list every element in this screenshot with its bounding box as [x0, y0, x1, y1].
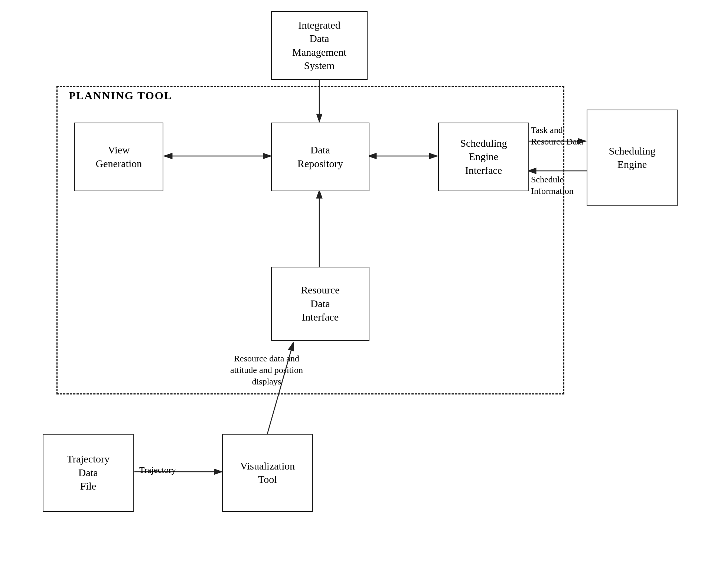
task-resource-data-label: Task andResource Data	[531, 124, 583, 147]
view-generation-box: ViewGeneration	[74, 123, 163, 191]
data-repository-label: DataRepository	[297, 143, 343, 170]
scheduling-engine-interface-label: SchedulingEngineInterface	[460, 137, 507, 177]
resource-data-interface-box: ResourceDataInterface	[271, 267, 369, 341]
trajectory-data-file-label: TrajectoryDataFile	[67, 452, 110, 493]
resource-data-interface-label: ResourceDataInterface	[301, 283, 339, 324]
schedule-information-label: ScheduleInformation	[531, 174, 574, 197]
scheduling-engine-box: SchedulingEngine	[587, 110, 678, 206]
idms-label: IntegratedDataManagementSystem	[292, 19, 346, 73]
scheduling-engine-label: SchedulingEngine	[609, 144, 656, 172]
diagram-container: Data Repository (double arrow) --> Sched…	[0, 0, 714, 588]
view-generation-label: ViewGeneration	[96, 143, 142, 170]
planning-tool-label: PLANNING TOOL	[69, 89, 172, 102]
visualization-tool-label: VisualizationTool	[240, 459, 295, 487]
scheduling-engine-interface-box: SchedulingEngineInterface	[438, 123, 529, 191]
resource-data-attitude-label: Resource data andattitude and positiondi…	[230, 353, 303, 388]
trajectory-data-file-box: TrajectoryDataFile	[43, 434, 134, 512]
data-repository-box: DataRepository	[271, 123, 369, 191]
visualization-tool-box: VisualizationTool	[222, 434, 313, 512]
trajectory-label: Trajectory	[139, 464, 176, 476]
idms-box: IntegratedDataManagementSystem	[271, 11, 368, 80]
